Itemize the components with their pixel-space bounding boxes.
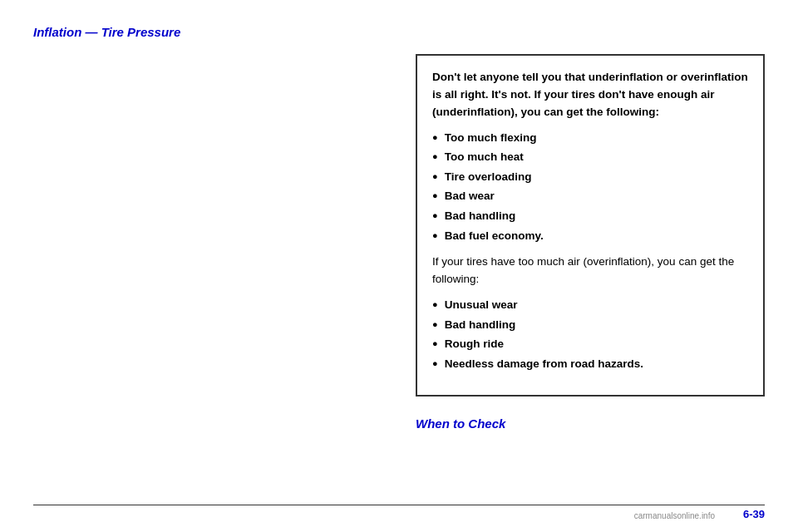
left-column (33, 54, 399, 431)
page-title: Inflation — Tire Pressure (33, 25, 765, 39)
list-item: Bad wear (432, 188, 748, 204)
list-item: Bad handling (432, 208, 748, 224)
list-item: Bad handling (432, 317, 748, 333)
list-item: Needless damage from road hazards. (432, 356, 748, 372)
underinflation-list: Too much flexing Too much heat Tire over… (432, 130, 748, 244)
warning-box: Don't let anyone tell you that underinfl… (416, 54, 765, 397)
right-column: Don't let anyone tell you that underinfl… (416, 54, 765, 431)
list-item: Tire overloading (432, 169, 748, 185)
list-item: Rough ride (432, 336, 748, 352)
list-item: Too much heat (432, 149, 748, 165)
watermark: carmanualsonline.info (634, 511, 715, 520)
overinflation-list: Unusual wear Bad handling Rough ride Nee… (432, 297, 748, 372)
list-item: Bad fuel economy. (432, 228, 748, 244)
page-number: 6-39 (743, 508, 765, 520)
when-to-check-heading: When to Check (416, 416, 765, 431)
list-item: Unusual wear (432, 297, 748, 313)
content-area: Don't let anyone tell you that underinfl… (33, 54, 765, 431)
overinflation-intro: If your tires have too much air (overinf… (432, 254, 748, 288)
underinflation-intro: Don't let anyone tell you that underinfl… (432, 69, 748, 121)
list-item: Too much flexing (432, 130, 748, 146)
page-container: Inflation — Tire Pressure Don't let anyo… (0, 0, 798, 532)
bottom-rule (33, 505, 765, 505)
